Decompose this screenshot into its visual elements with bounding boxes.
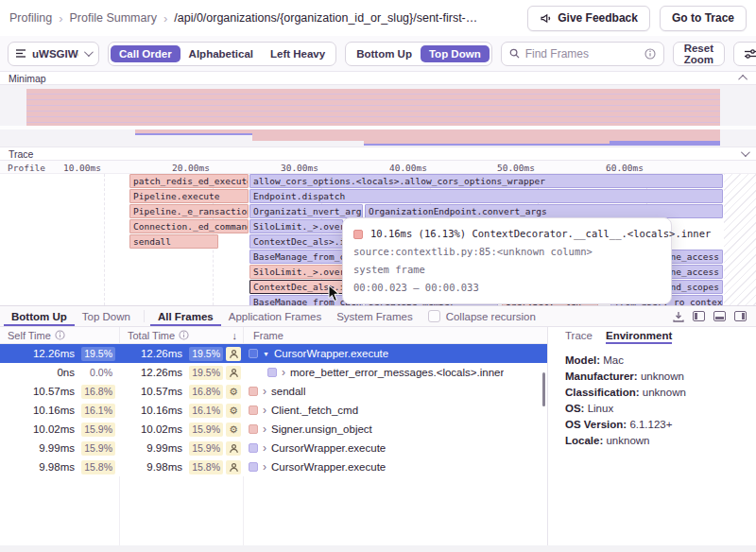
go-to-trace-button[interactable]: Go to Trace xyxy=(660,6,747,31)
caret-right-icon[interactable]: › xyxy=(263,423,266,435)
flame-frame[interactable]: SiloLimit._>.over xyxy=(249,219,343,233)
sort-option-alphabetical[interactable]: Alphabetical xyxy=(180,45,262,62)
frame-name-cell: ›sendall xyxy=(244,386,547,397)
flame-frame[interactable]: Organizati_nvert_args xyxy=(249,204,363,218)
sort-option-left-heavy[interactable]: Left Heavy xyxy=(262,45,334,62)
frame-table-row[interactable]: 10.02ms15.9%10.02ms15.9%⚙›Signer.unsign_… xyxy=(0,420,547,439)
tab-all-frames[interactable]: All Frames xyxy=(150,306,221,326)
flame-frame[interactable]: BaseManage_from_c xyxy=(249,250,343,264)
frame-color-swatch xyxy=(249,443,258,453)
total-time-percent: 19.5% xyxy=(182,347,226,361)
layout-bottom-panel-icon[interactable] xyxy=(713,311,726,321)
layout-left-panel-icon[interactable] xyxy=(693,311,705,321)
direction-option-bottom-up[interactable]: Bottom Up xyxy=(348,45,421,62)
axis-tick-label: 30.00ms xyxy=(262,163,318,173)
breadcrumb-item[interactable]: Profile Summary xyxy=(70,11,157,25)
caret-right-icon[interactable]: › xyxy=(263,386,266,397)
frame-color-swatch xyxy=(249,387,258,396)
info-icon xyxy=(55,330,65,340)
flame-frame[interactable]: SiloLimit._>.over xyxy=(249,265,343,279)
frame-table-row[interactable]: 10.57ms16.8%10.57ms16.8%⚙›sendall xyxy=(0,382,547,401)
frame-table-row[interactable]: 9.99ms15.9%9.99ms15.9%›CursorWrapper.exe… xyxy=(0,439,547,457)
breadcrumb-item[interactable]: Profiling xyxy=(9,11,52,25)
layout-right-panel-icon[interactable] xyxy=(734,311,747,321)
total-time-header[interactable]: Total Time ↓ xyxy=(120,327,244,343)
caret-right-icon[interactable]: › xyxy=(263,461,266,473)
tab-system-frames[interactable]: System Frames xyxy=(329,306,421,326)
flame-frame[interactable]: Connection._ed_command xyxy=(129,219,249,233)
breadcrumb-separator: › xyxy=(59,11,62,26)
flame-frame[interactable]: ne_access xyxy=(671,250,723,264)
percent-chip: 16.8% xyxy=(81,385,115,399)
collapse-recursion-checkbox[interactable] xyxy=(428,310,440,322)
tab-application-frames[interactable]: Application Frames xyxy=(221,306,329,326)
frame-color-swatch xyxy=(249,424,258,434)
caret-down-icon[interactable]: ▼ xyxy=(263,351,269,357)
axis-tick-label: 10.00ms xyxy=(44,163,101,173)
detail-field: Model: Mac xyxy=(565,353,756,369)
flame-frame[interactable]: ContextDec_als>.i xyxy=(249,234,343,249)
flamegraph-canvas[interactable]: patch_redis_ed_executeallow_cors_options… xyxy=(0,174,756,305)
sort-desc-icon[interactable]: ↓ xyxy=(232,330,244,341)
frame-type-cell: ⚙ xyxy=(226,385,244,399)
frame-table-row[interactable]: 12.26ms19.5%12.26ms19.5%▼CursorWrapper.e… xyxy=(0,344,547,363)
total-time-percent: 15.8% xyxy=(182,460,226,474)
go-to-trace-label: Go to Trace xyxy=(672,11,734,25)
search-input[interactable] xyxy=(525,47,639,60)
details-tab-environment[interactable]: Environment xyxy=(606,327,672,344)
frame-name: CursorWrapper.execute xyxy=(271,442,386,454)
thread-selector-dropdown[interactable]: uWSGIWor… xyxy=(8,42,99,66)
download-icon[interactable] xyxy=(673,311,684,322)
sort-mode-segmented-control: Call OrderAlphabeticalLeft Heavy xyxy=(108,42,336,66)
tab-top-down[interactable]: Top Down xyxy=(75,306,138,326)
total-time-percent: 15.9% xyxy=(182,423,226,437)
flame-frame[interactable]: Pipeline._e_ransaction xyxy=(129,204,249,218)
flame-frame[interactable]: OrganizationEndpoint.convert_args xyxy=(365,204,723,218)
flame-frame[interactable]: Endpoint.dispatch xyxy=(249,189,723,203)
detail-field-label: Classification: xyxy=(565,387,640,398)
tab-group-divider xyxy=(144,310,145,322)
user-icon xyxy=(226,347,241,361)
frame-name-cell: ›CursorWrapper.execute xyxy=(244,442,547,454)
self-time-header[interactable]: Self Time xyxy=(0,327,120,343)
table-scrollbar-thumb[interactable] xyxy=(542,372,545,406)
caret-right-icon[interactable]: › xyxy=(263,442,266,454)
sort-option-call-order[interactable]: Call Order xyxy=(111,45,180,62)
self-time-value: 9.98ms xyxy=(0,461,75,473)
caret-right-icon[interactable]: › xyxy=(263,405,266,416)
frame-table-row[interactable]: 9.98ms15.8%9.98ms15.8%›CursorWrapper.exe… xyxy=(0,457,547,476)
chevron-down-icon[interactable] xyxy=(741,147,750,157)
frame-table-row[interactable]: 10.16ms16.1%10.16ms16.1%⚙›Client._fetch_… xyxy=(0,401,547,420)
trace-header: Trace xyxy=(0,147,756,161)
percent-chip: 16.1% xyxy=(81,404,115,418)
total-time-percent: 19.5% xyxy=(182,366,226,380)
frame-name-cell: ›Client._fetch_cmd xyxy=(244,405,547,416)
details-tabs: TraceEnvironment xyxy=(565,327,756,344)
tooltip-title: 10.16ms (16.13%) ContextDecorator.__call… xyxy=(370,225,711,243)
flame-frame[interactable]: sendall xyxy=(129,234,218,249)
details-tab-trace[interactable]: Trace xyxy=(565,327,593,344)
flame-frame[interactable]: Pipeline.execute xyxy=(129,189,249,203)
flame-frame[interactable]: patch_redis_ed_execute xyxy=(129,174,249,188)
flame-frame[interactable]: ne_access xyxy=(671,265,723,279)
tabbar-icons xyxy=(673,306,752,326)
gear-icon: ⚙ xyxy=(226,423,241,437)
time-axis: Profile 10.00ms20.00ms30.00ms40.00ms50.0… xyxy=(0,161,756,174)
tooltip-source: source:contextlib.py:85:<unknown column> xyxy=(353,243,661,261)
gear-icon: ⚙ xyxy=(226,385,241,399)
frame-table-row[interactable]: 0ns0.0%12.26ms19.5%›more_better_error_me… xyxy=(0,363,547,382)
direction-option-top-down[interactable]: Top Down xyxy=(421,45,490,62)
give-feedback-button[interactable]: Give Feedback xyxy=(527,6,650,31)
user-icon xyxy=(226,441,241,456)
caret-right-icon[interactable]: › xyxy=(282,367,285,378)
flame-frame[interactable]: nd_scopes xyxy=(671,280,723,294)
tab-bottom-up[interactable]: Bottom Up xyxy=(4,306,75,326)
flame-frame[interactable]: allow_cors_options.<locals>.allow_cors_o… xyxy=(249,174,723,188)
reset-zoom-button[interactable]: Reset Zoom xyxy=(673,42,725,66)
horizontal-scrollbar-track[interactable] xyxy=(0,545,756,552)
breadcrumb-item[interactable]: /api/0/organizations/{organization_id_or… xyxy=(174,11,477,25)
out-of-range-hatch xyxy=(724,174,756,305)
minimap-canvas[interactable] xyxy=(0,85,756,147)
chevron-up-icon[interactable] xyxy=(738,75,747,84)
color-coding-dropdown[interactable]: Color Coding xyxy=(733,42,756,66)
